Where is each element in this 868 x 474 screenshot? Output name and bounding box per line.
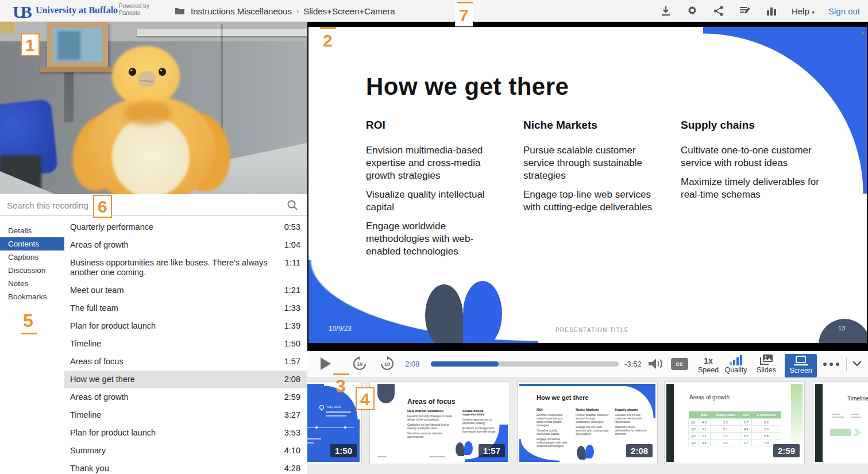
annotation-label-6: 6 <box>93 195 112 218</box>
thumbnail-areas-of-focus[interactable]: Areas of focus B2B market scenarios Deve… <box>369 381 510 464</box>
screen-control-active[interactable]: Screen <box>785 354 817 377</box>
plush-chick-shading <box>124 101 172 125</box>
slide-columns: ROI Envision multimedia-based expertise … <box>366 119 820 264</box>
contents-list: Quarterly performance0:53 Areas of growt… <box>64 218 307 474</box>
contents-row[interactable]: Thank you4:28 <box>64 460 307 474</box>
control-divider <box>846 357 847 371</box>
svg-text:10: 10 <box>357 361 362 367</box>
player-controls: 10 10 2:08 -3:52 cc 1x Speed Quality <box>307 351 868 377</box>
speed-label: Speed <box>696 366 721 374</box>
sidebar-item-contents[interactable]: Contents <box>0 237 64 251</box>
breadcrumb-parent[interactable]: Instructions Miscellaneous <box>191 6 292 16</box>
slide-column-supply-chains: Supply chains Cultivate one-to-one custo… <box>681 119 820 264</box>
help-caret-icon: ▾ <box>812 9 815 16</box>
thumbnail-how-we-get-there-current[interactable]: How we get there ROI Envision multimedia… <box>517 381 658 464</box>
thumbnail-areas-of-growth[interactable]: Areas of growth B2B Supply chain ROI E-c… <box>664 381 805 464</box>
top-bar: UB University at Buffalo Powered by Pano… <box>0 0 868 22</box>
thumb-timestamp: 1:57 <box>479 444 505 457</box>
progress-bar[interactable] <box>431 361 619 367</box>
annotation-label-2: 2 <box>319 29 337 52</box>
plush-chick-belly <box>112 117 190 194</box>
contents-row[interactable]: Timeline1:50 <box>64 335 307 353</box>
sign-out-link[interactable]: Sign out <box>828 6 860 16</box>
stats-icon[interactable] <box>765 5 778 17</box>
right-panel: How we get there ROI Envision multimedia… <box>307 22 868 474</box>
search-icon[interactable] <box>287 199 298 211</box>
plush-chick-eye <box>159 68 166 76</box>
contents-row[interactable]: Plan for product launch1:39 <box>64 317 307 335</box>
slide-title: How we get there <box>366 73 569 101</box>
annotation-bar <box>457 2 473 3</box>
progress-fill <box>431 361 499 367</box>
edit-icon[interactable] <box>739 5 751 17</box>
contents-row[interactable]: Areas of growth1:04 <box>64 236 307 254</box>
contents-row[interactable]: Areas of focus1:57 <box>64 353 307 371</box>
thumbnail-timeline-1[interactable]: May 2023 1:50 <box>307 381 362 464</box>
logo-petal-dark <box>425 284 463 343</box>
rewind-10-icon[interactable]: 10 <box>352 356 367 371</box>
current-time: 2:08 <box>405 360 419 368</box>
contents-row-current[interactable]: How we get there2:08 <box>64 371 307 388</box>
gear-icon[interactable] <box>686 5 699 17</box>
annotation-label-5: 5 <box>23 311 33 330</box>
slides-control[interactable]: Slides <box>753 354 780 374</box>
contents-row[interactable]: Plan for product launch3:53 <box>64 424 307 442</box>
growth-table: B2B Supply chain ROI E-commerce Q14.52.3… <box>688 411 781 446</box>
chevron-down-icon[interactable] <box>852 360 862 368</box>
sidebar-item-captions[interactable]: Captions <box>0 251 64 264</box>
thumbnail-strip: May 2023 1:50 Areas of focus <box>307 377 868 474</box>
sidebar-item-notes[interactable]: Notes <box>0 277 64 290</box>
share-icon[interactable] <box>712 5 725 17</box>
breadcrumb-current: Slides+Screen+Camera <box>303 6 395 16</box>
forward-10-icon[interactable]: 10 <box>380 356 395 371</box>
sidebar-item-discussion[interactable]: Discussion <box>0 264 64 277</box>
annotation-label-1: 1 <box>21 33 40 56</box>
university-name: University at Buffalo <box>36 5 118 16</box>
ub-logo: UB <box>13 2 28 22</box>
thumb-slide-title: Areas of focus <box>407 398 455 406</box>
current-slide-indicator <box>519 384 655 386</box>
thumbnail-timeline-2[interactable]: Timeline <box>813 381 868 464</box>
quality-control[interactable]: Quality <box>721 354 751 374</box>
slide-stage[interactable]: How we get there ROI Envision multimedia… <box>307 22 868 351</box>
screen-label: Screen <box>785 367 817 375</box>
search-input[interactable] <box>7 198 260 212</box>
contents-row[interactable]: Quarterly performance0:53 <box>64 218 307 236</box>
overflow-menu-icon[interactable] <box>823 363 839 366</box>
captions-toggle[interactable]: cc <box>671 358 688 370</box>
sidebar-item-details[interactable]: Details <box>0 224 64 237</box>
thumb-timestamp: 2:08 <box>626 444 653 457</box>
speed-control[interactable]: 1x Speed <box>696 354 721 374</box>
annotation-label-7: 7 <box>455 3 473 26</box>
thumb-timestamp: 2:59 <box>773 444 800 457</box>
slide-view: How we get there ROI Envision multimedia… <box>308 27 867 343</box>
play-button[interactable] <box>321 357 331 370</box>
annotation-bar <box>21 333 37 334</box>
annotation-label-4: 4 <box>356 387 375 410</box>
search-bar <box>0 194 307 216</box>
annotation-bar <box>320 27 336 29</box>
contents-row[interactable]: Summary4:10 <box>64 442 307 460</box>
left-panel: Details Contents Captions Discussion Not… <box>0 22 307 474</box>
frame-ledge <box>40 67 115 72</box>
breadcrumb: Instructions Miscellaneous › Slides+Scre… <box>173 5 395 17</box>
svg-text:10: 10 <box>384 361 390 367</box>
contents-row[interactable]: Meet our team1:21 <box>64 282 307 299</box>
help-menu[interactable]: Help ▾ <box>792 6 815 16</box>
powered-by-panopto: Powered by Panopto <box>119 3 149 17</box>
contents-row[interactable]: The full team1:33 <box>64 299 307 317</box>
slide-footer: PRESENTATION TITLE <box>555 327 629 333</box>
breadcrumb-separator: › <box>296 7 299 16</box>
record-dot <box>862 32 865 34</box>
screen-icon <box>785 354 817 367</box>
picture-frame <box>47 22 108 68</box>
speed-value: 1x <box>704 356 713 365</box>
plush-chick-eye <box>129 68 136 76</box>
camera-video[interactable] <box>0 22 307 194</box>
contents-row[interactable]: Timeline3:27 <box>64 406 307 424</box>
contents-row[interactable]: Business opportunities are like buses. T… <box>64 254 307 282</box>
download-icon[interactable] <box>659 5 672 17</box>
sidebar-item-bookmarks[interactable]: Bookmarks <box>0 290 64 303</box>
volume-icon[interactable] <box>647 357 665 371</box>
contents-row[interactable]: Areas of growth2:59 <box>64 388 307 406</box>
